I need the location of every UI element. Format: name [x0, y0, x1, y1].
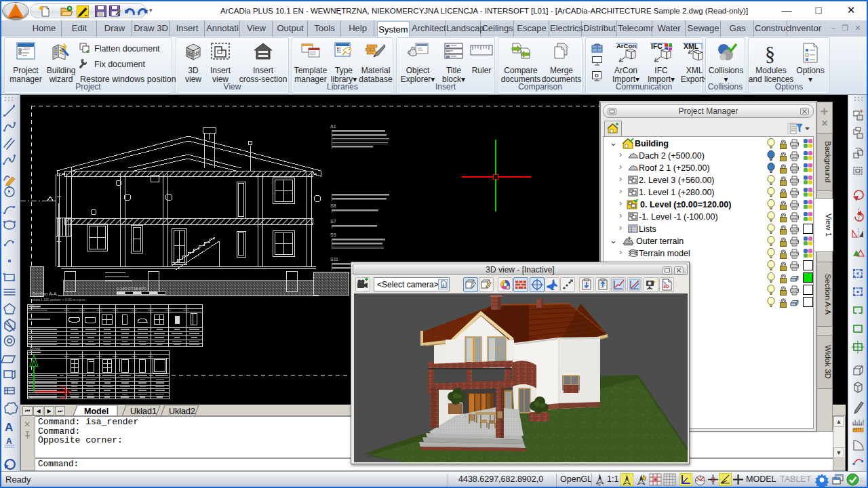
svg-text:Model: Model: [84, 407, 108, 416]
svg-text:Okna: Okna: [30, 304, 40, 308]
svg-text:1:143 CT18,B70: 1:143 CT18,B70: [117, 287, 146, 291]
svg-text:§: §: [765, 42, 775, 64]
svg-text:A: A: [6, 436, 12, 446]
svg-text:S7: S7: [330, 219, 336, 224]
svg-text:S9: S9: [330, 232, 336, 237]
svg-text:N: N: [597, 483, 600, 486]
svg-text:S11: S11: [330, 257, 338, 262]
svg-text:A1: A1: [330, 124, 336, 129]
svg-text:Układ2: Układ2: [169, 407, 195, 416]
svg-text:Section A-A: Section A-A: [32, 291, 57, 296]
svg-text:Drzwi: Drzwi: [30, 346, 40, 350]
svg-text:skala 1:100 poziom +-0.00: skala 1:100 poziom +-0.00 m n.p.m.: [32, 298, 86, 302]
svg-text:Układ1: Układ1: [130, 407, 157, 416]
svg-text:S8: S8: [330, 203, 336, 208]
svg-text:A: A: [5, 421, 13, 434]
